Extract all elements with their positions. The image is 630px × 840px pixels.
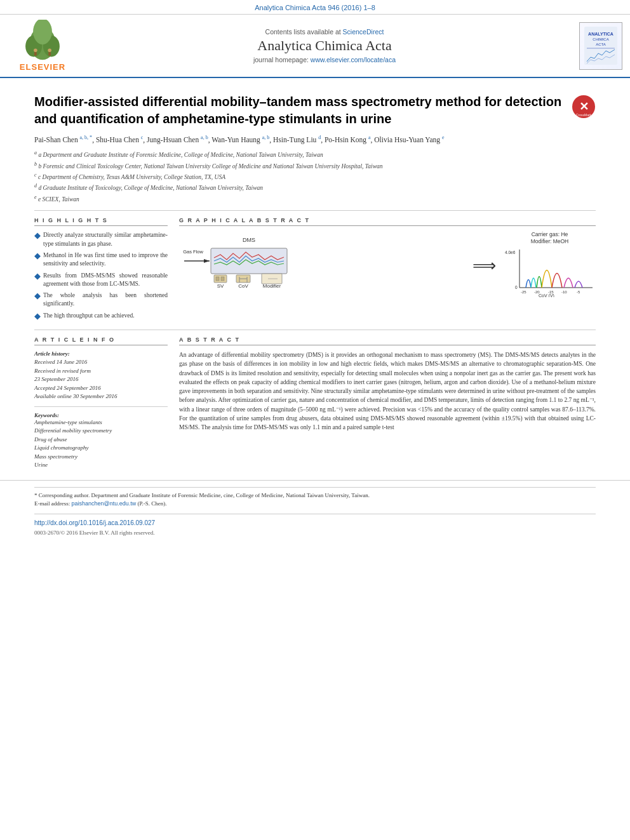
homepage-link[interactable]: www.elsevier.com/locate/aca [311, 56, 396, 63]
svg-text:CoV (V): CoV (V) [539, 293, 554, 297]
info-abstract-row: A R T I C L E I N F O Article history: R… [34, 337, 596, 470]
svg-text:Modifier: Modifier [263, 283, 281, 289]
keywords-section: Keywords: Amphetamine-type stimulants Di… [34, 412, 168, 470]
ga-diagram: DMS Gas Flow [179, 231, 596, 300]
svg-text:0: 0 [515, 285, 518, 290]
svg-text:DMS: DMS [243, 237, 255, 243]
modifier-label: Modifier: MeOH [504, 238, 596, 244]
bullet-icon: ◆ [34, 272, 41, 280]
keyword-4: Liquid chromatography [34, 444, 168, 453]
abstract-header: A B S T R A C T [179, 337, 596, 345]
svg-text:✕: ✕ [579, 100, 589, 113]
available-online: Available online 30 September 2016 [34, 392, 168, 401]
section-divider [34, 210, 596, 211]
svg-rect-22 [221, 277, 224, 281]
journal-title: Analytica Chimica Acta [77, 37, 572, 54]
svg-text:Gas Flow: Gas Flow [183, 249, 203, 255]
sciencedirect-link[interactable]: ScienceDirect [343, 28, 384, 36]
svg-rect-21 [216, 277, 219, 281]
svg-text:CoV: CoV [238, 283, 248, 289]
svg-rect-19 [211, 248, 287, 274]
accepted-date: Accepted 24 September 2016 [34, 384, 168, 393]
affil-a: a a Department and Graduate Institute of… [34, 149, 596, 159]
highlight-item-5: ◆ The high throughput can be achieved. [34, 312, 168, 320]
keywords-label: Keywords: [34, 412, 168, 418]
highlights-header: H I G H L I G H T S [34, 217, 168, 226]
elsevier-tree-icon [17, 20, 68, 61]
elsevier-brand-text: ELSEVIER [20, 62, 65, 72]
svg-rect-7 [34, 52, 37, 56]
svg-point-6 [48, 49, 51, 53]
keyword-1: Amphetamine-type stimulants [34, 418, 168, 427]
crossmark-badge: ✕ CrossMark [572, 95, 596, 119]
homepage-line: journal homepage: www.elsevier.com/locat… [77, 56, 572, 63]
carrier-gas-label: Carrier gas: He [504, 231, 596, 237]
doi-line: http://dx.doi.org/10.1016/j.aca.2016.09.… [34, 514, 596, 528]
authors-line: Pai-Shan Chen a, b, *, Shu-Hua Chen c, J… [34, 134, 596, 145]
revised-date: 23 September 2016 [34, 375, 168, 384]
author-email[interactable]: paishanchen@ntu.edu.tw [71, 500, 136, 507]
journal-header: ELSEVIER Contents lists available at Sci… [0, 15, 630, 78]
article-dates: Received 14 June 2016 Received in revise… [34, 358, 168, 401]
keyword-2: Differential mobility spectrometry [34, 427, 168, 436]
svg-text:CHIMICA: CHIMICA [593, 37, 608, 41]
article-info-header: A R T I C L E I N F O [34, 337, 168, 345]
abstract-section: A B S T R A C T An advantage of differen… [179, 337, 596, 470]
dms-diagram: DMS Gas Flow [179, 236, 465, 295]
dms-device-svg: DMS Gas Flow [179, 236, 319, 293]
footer-section: * Corresponding author. Department and G… [0, 480, 630, 541]
journal-citation-bar: Analytica Chimica Acta 946 (2016) 1–8 [0, 0, 630, 15]
graphical-abstract-section: G R A P H I C A L A B S T R A C T DMS Ga… [179, 217, 596, 323]
article-title: Modifier-assisted differential mobility–… [34, 93, 596, 128]
affil-d: d d Graduate Institute of Toxicology, Co… [34, 182, 596, 192]
affiliations: a a Department and Graduate Institute of… [34, 149, 596, 204]
info-divider [34, 406, 168, 407]
journal-logo-right: ANALYTICA CHIMICA ACTA [572, 22, 622, 70]
corresponding-note: * Corresponding author. Department and G… [34, 491, 596, 500]
graphical-abstract-header: G R A P H I C A L A B S T R A C T [179, 217, 596, 226]
svg-text:ACTA: ACTA [596, 43, 606, 46]
keywords-list: Amphetamine-type stimulants Differential… [34, 418, 168, 470]
affil-e: e e SCIEX, Taiwan [34, 194, 596, 204]
received-revised-label: Received in revised form [34, 367, 168, 376]
svg-text:CrossMark: CrossMark [576, 113, 592, 117]
svg-text:-25: -25 [521, 290, 526, 294]
footer-divider [34, 487, 596, 488]
svg-text:ANALYTICA: ANALYTICA [588, 32, 613, 36]
svg-rect-8 [48, 52, 51, 56]
affil-c: c c Department of Chemistry, Texas A&M U… [34, 171, 596, 182]
copyright-text: 0003-2670/© 2016 Elsevier B.V. All right… [34, 530, 596, 536]
svg-point-5 [34, 49, 37, 53]
highlights-list: ◆ Directly analyze structurally similar … [34, 231, 168, 320]
highlight-item-3: ◆ Results from DMS-MS/MS showed reasonab… [34, 272, 168, 289]
journal-citation: Analytica Chimica Acta 946 (2016) 1–8 [255, 4, 375, 11]
affil-b: b b Forensic and Clinical Toxicology Cen… [34, 161, 596, 171]
main-content: ✕ CrossMark Modifier-assisted differenti… [0, 78, 630, 470]
sciencedirect-line: Contents lists available at ScienceDirec… [77, 28, 572, 36]
aca-logo-icon: ANALYTICA CHIMICA ACTA [584, 27, 617, 65]
keyword-5: Mass spectrometry [34, 453, 168, 462]
highlight-item-2: ◆ Methanol in He was first time used to … [34, 251, 168, 269]
journal-center: Contents lists available at ScienceDirec… [77, 28, 572, 63]
crossmark-icon: ✕ CrossMark [572, 95, 596, 119]
svg-text:-10: -10 [561, 290, 567, 294]
highlight-item-4: ◆ The whole analysis has been shortened … [34, 291, 168, 309]
abstract-text: An advantage of differential mobility sp… [179, 350, 596, 432]
highlights-graphical-row: H I G H L I G H T S ◆ Directly analyze s… [34, 217, 596, 323]
received-date: Received 14 June 2016 [34, 358, 168, 367]
journal-logo-box: ANALYTICA CHIMICA ACTA [579, 22, 622, 70]
cov-chart-svg: Intensity 4.0e6 0 -25 -20 -15 -10 -5 CoV… [504, 246, 596, 297]
elsevier-logo: ELSEVIER [8, 20, 77, 72]
doi-link[interactable]: http://dx.doi.org/10.1016/j.aca.2016.09.… [34, 519, 155, 526]
bullet-icon: ◆ [34, 291, 41, 300]
bullet-icon: ◆ [34, 312, 41, 320]
svg-text:SV: SV [217, 283, 224, 289]
highlight-item-1: ◆ Directly analyze structurally similar … [34, 231, 168, 248]
bullet-icon: ◆ [34, 231, 41, 239]
svg-text:4.0e6: 4.0e6 [505, 250, 516, 255]
keyword-3: Drug of abuse [34, 436, 168, 444]
keyword-6: Urine [34, 461, 168, 470]
email-line: E-mail address: paishanchen@ntu.edu.tw (… [34, 500, 596, 509]
arrow-right: ⟹ [473, 256, 496, 276]
highlights-section: H I G H L I G H T S ◆ Directly analyze s… [34, 217, 168, 323]
